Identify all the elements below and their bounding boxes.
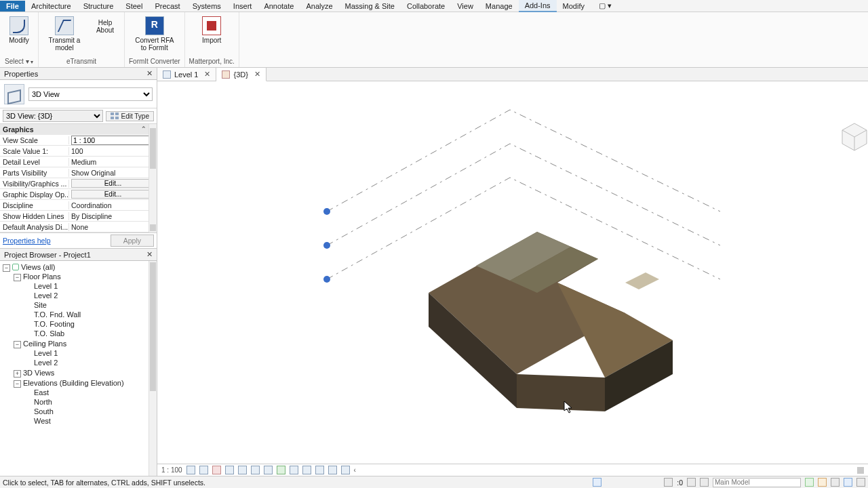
menu-tab-massing[interactable]: Massing & Site — [339, 1, 401, 12]
tree-el-west[interactable]: West — [34, 417, 51, 425]
tree-fp-slab[interactable]: T.O. Slab — [34, 329, 64, 338]
tree-cp-level1[interactable]: Level 1 — [34, 349, 58, 357]
vc-style-icon[interactable] — [199, 466, 208, 474]
building-model[interactable] — [429, 232, 673, 411]
properties-close[interactable]: ✕ — [146, 69, 153, 78]
gdo-edit-button[interactable]: Edit... — [71, 190, 155, 199]
menu-help-dropdown[interactable]: ▢ ▾ — [595, 1, 616, 10]
tree-toggle-elev[interactable]: − — [14, 380, 21, 388]
tree-fp-level1[interactable]: Level 1 — [34, 282, 58, 290]
tree-elevations[interactable]: Elevations (Building Elevation) — [23, 379, 124, 387]
tree-toggle-floorplans[interactable]: − — [14, 274, 21, 281]
menu-tab-architecture[interactable]: Architecture — [25, 1, 77, 12]
apply-button[interactable]: Apply — [111, 235, 154, 247]
select-dropdown[interactable]: Select ▾ — [5, 56, 33, 66]
vc-crop-icon[interactable] — [251, 466, 260, 474]
tree-3dviews[interactable]: 3D Views — [23, 369, 54, 377]
browser-tree[interactable]: −Views (all) −Floor Plans Level 1 Level … — [0, 261, 157, 476]
cursor-icon — [9, 16, 28, 35]
edit-type-button[interactable]: Edit Type — [106, 111, 154, 121]
view-tab-level1[interactable]: Level 1 ✕ — [157, 68, 216, 81]
properties-scrollbar[interactable] — [149, 124, 157, 232]
menu-tab-steel[interactable]: Steel — [119, 1, 149, 12]
menu-tab-annotate[interactable]: Annotate — [258, 1, 300, 12]
status-editable-icon[interactable] — [700, 478, 709, 487]
vc-an1-icon[interactable] — [302, 466, 311, 474]
tree-root[interactable]: Views (all) — [21, 263, 56, 271]
menu-file[interactable]: File — [0, 1, 25, 12]
browser-close[interactable]: ✕ — [146, 250, 153, 259]
tree-el-east[interactable]: East — [34, 388, 49, 396]
viewport-3d[interactable] — [157, 81, 868, 464]
tree-floorplans[interactable]: Floor Plans — [23, 272, 61, 281]
tree-fp-footing[interactable]: T.O. Footing — [34, 320, 75, 328]
menu-tab-collaborate[interactable]: Collaborate — [401, 1, 451, 12]
menu-tab-systems[interactable]: Systems — [186, 1, 227, 12]
menu-tab-manage[interactable]: Manage — [479, 1, 519, 12]
status-ic-3[interactable] — [805, 478, 814, 487]
convert-rfa-button[interactable]: Convert RFA to FormIt — [133, 14, 176, 53]
prop-v-detail[interactable]: Medium — [69, 158, 157, 166]
vc-an3-icon[interactable] — [328, 466, 337, 474]
prop-v-hid[interactable]: By Discipline — [69, 212, 157, 220]
tree-el-north[interactable]: North — [34, 398, 52, 406]
vc-detail-icon[interactable] — [186, 466, 195, 474]
status-ic-4[interactable] — [818, 478, 827, 487]
menu-tab-insert[interactable]: Insert — [227, 1, 258, 12]
import-button[interactable]: Import — [197, 14, 226, 45]
type-dropdown[interactable]: 3D View — [28, 87, 153, 101]
view-tab-3d-close[interactable]: ✕ — [254, 70, 260, 79]
properties-type-selector[interactable]: 3D View — [0, 80, 157, 108]
view-scale-input[interactable] — [71, 136, 155, 145]
vc-cropv-icon[interactable] — [264, 466, 273, 474]
prop-v-parts[interactable]: Show Original — [69, 169, 157, 177]
tree-fp-level2[interactable]: Level 2 — [34, 291, 58, 300]
modify-button[interactable]: Modify — [4, 14, 34, 45]
status-ic-6[interactable] — [844, 478, 852, 487]
view-scale-display[interactable]: 1 : 100 — [161, 466, 182, 474]
prop-v-ana[interactable]: None — [69, 223, 157, 231]
view-cube[interactable] — [842, 123, 867, 150]
status-filter-icon[interactable] — [687, 478, 696, 487]
vc-an4-icon[interactable] — [341, 466, 350, 474]
status-ic-7[interactable] — [856, 478, 865, 487]
browser-scrollbar[interactable] — [149, 261, 157, 476]
status-ic-5[interactable] — [831, 478, 840, 487]
transmit-label: Transmit a model — [43, 37, 86, 52]
tree-toggle-ceiling[interactable]: − — [14, 341, 21, 348]
vc-h-scroll[interactable] — [857, 467, 864, 474]
graphics-section-header[interactable]: Graphics⌃ ⌄ — [0, 124, 157, 135]
menu-tab-view[interactable]: View — [451, 1, 479, 12]
instance-dropdown[interactable]: 3D View: {3D} — [3, 110, 103, 122]
menu-tab-precast[interactable]: Precast — [149, 1, 186, 12]
vc-shadow-icon[interactable] — [225, 466, 234, 474]
vg-edit-button[interactable]: Edit... — [71, 179, 155, 188]
tree-toggle-3d[interactable]: + — [14, 370, 21, 378]
tree-ceiling[interactable]: Ceiling Plans — [23, 340, 66, 348]
prop-k-vg: Visibility/Graphics ... — [0, 180, 69, 188]
status-ic-1[interactable] — [593, 478, 601, 487]
workset-dropdown[interactable] — [713, 478, 801, 487]
menu-tab-structure[interactable]: Structure — [77, 1, 120, 12]
help-about-button[interactable]: Help About — [90, 14, 120, 35]
tree-toggle-root[interactable]: − — [3, 264, 10, 272]
menu-tab-addins[interactable]: Add-Ins — [519, 0, 557, 12]
prop-v-scaleval[interactable]: 100 — [69, 147, 157, 155]
vc-unhide-icon[interactable] — [277, 466, 285, 474]
vc-sun-icon[interactable] — [212, 466, 221, 474]
transmit-model-button[interactable]: Transmit a model — [43, 14, 86, 53]
view-tab-level1-close[interactable]: ✕ — [204, 70, 210, 79]
prop-v-disc[interactable]: Coordination — [69, 201, 157, 209]
tree-fp-fnd[interactable]: T.O. Fnd. Wall — [34, 310, 81, 319]
tree-cp-level2[interactable]: Level 2 — [34, 359, 58, 367]
tree-el-south[interactable]: South — [34, 407, 54, 415]
tree-fp-site[interactable]: Site — [34, 301, 47, 309]
vc-an2-icon[interactable] — [315, 466, 324, 474]
status-ic-2[interactable] — [664, 478, 673, 487]
vc-render-icon[interactable] — [238, 466, 247, 474]
menu-tab-modify[interactable]: Modify — [557, 1, 591, 12]
properties-help-link[interactable]: Properties help — [3, 237, 51, 245]
menu-tab-analyze[interactable]: Analyze — [300, 1, 338, 12]
vc-temp-icon[interactable] — [290, 466, 298, 474]
view-tab-3d[interactable]: {3D} ✕ — [216, 68, 266, 81]
